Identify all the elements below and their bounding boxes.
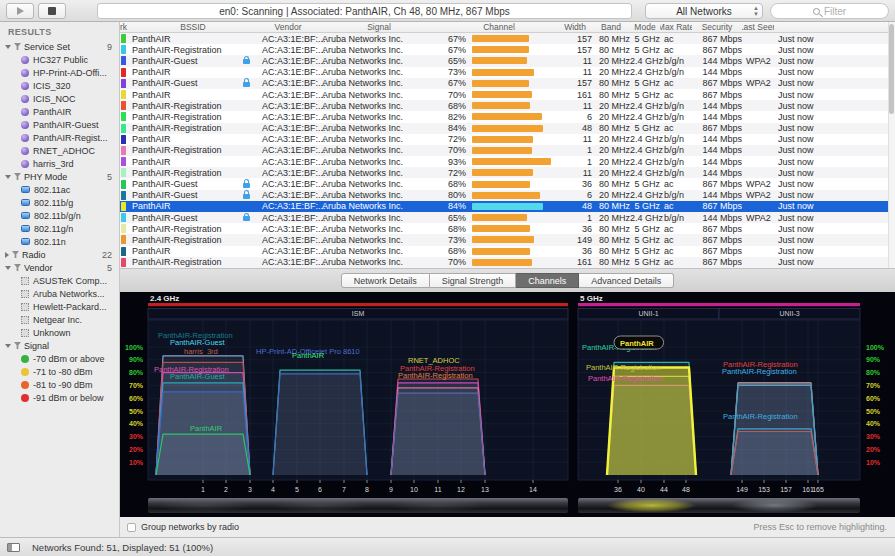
sidebar-item[interactable]: 802.11b/g/n	[0, 209, 119, 222]
tab-advanced-details[interactable]: Advanced Details	[579, 273, 674, 288]
sidebar-group-vendor[interactable]: Vendor5	[0, 261, 119, 274]
network-filter-dropdown[interactable]: All Networks ▲▼	[645, 3, 763, 19]
column-header-width[interactable]: Width	[558, 22, 592, 32]
column-header-channel[interactable]: Channel	[440, 22, 558, 32]
sidebar-item[interactable]: HP-Print-AD-Offi...	[0, 66, 119, 79]
sidebar-group-phy-mode[interactable]: PHY Mode5	[0, 170, 119, 183]
cell-band: 5 GHz	[630, 257, 660, 267]
lock-icon	[243, 59, 250, 64]
sidebar-item-label: -81 to -90 dBm	[33, 380, 93, 390]
scrollbar-thumb[interactable]	[889, 24, 894, 114]
disclosure-triangle-icon[interactable]	[5, 175, 11, 179]
column-header-mode[interactable]: Mode	[630, 22, 660, 32]
table-row[interactable]: PanthAIR-RegistrationAC:A3:1E:BF:...Arub…	[120, 167, 895, 178]
table-row[interactable]: PanthAIR-RegistrationAC:A3:1E:BF:...Arub…	[120, 123, 895, 134]
cell-band: 5 GHz	[630, 235, 660, 245]
disclosure-triangle-icon[interactable]	[5, 45, 11, 49]
cell-width: 80 MHz	[592, 34, 630, 44]
start-scan-button[interactable]	[6, 3, 34, 19]
sidebar-item[interactable]: ICIS_320	[0, 79, 119, 92]
cell-band: 5 GHz	[630, 224, 660, 234]
sidebar-item[interactable]: harris_3rd	[0, 157, 119, 170]
table-row[interactable]: PanthAIR-GuestAC:A3:1E:BF:...Aruba Netwo…	[120, 178, 895, 189]
sidebar-item[interactable]: Aruba Networks...	[0, 287, 119, 300]
sidebar-group-radio[interactable]: Radio22	[0, 248, 119, 261]
table-row[interactable]: PanthAIR-RegistrationAC:A3:1E:BF:...Arub…	[120, 234, 895, 245]
table-row[interactable]: PanthAIR-RegistrationAC:A3:1E:BF:...Arub…	[120, 44, 895, 55]
sidebar-item[interactable]: PanthAIR-Regist...	[0, 131, 119, 144]
column-header-security[interactable]: Security	[692, 22, 742, 32]
sidebar-item[interactable]: 802.11g/n	[0, 222, 119, 235]
table-row[interactable]: PanthAIRAC:A3:1E:BF:...Aruba Networks In…	[120, 134, 895, 145]
table-row[interactable]: PanthAIR-GuestAC:A3:1E:BF:...Aruba Netwo…	[120, 55, 895, 66]
table-row[interactable]: PanthAIRAC:A3:1E:BF:...Aruba Networks In…	[120, 33, 895, 44]
sidebar-item[interactable]: 802.11n	[0, 235, 119, 248]
table-row[interactable]: PanthAIRAC:A3:1E:BF:...Aruba Networks In…	[120, 246, 895, 257]
table-row[interactable]: PanthAIR-RegistrationAC:A3:1E:BF:...Arub…	[120, 100, 895, 111]
svg-text:ISM: ISM	[352, 310, 365, 317]
cell-bssid: AC:A3:1E:BF:...	[258, 134, 318, 144]
table-row[interactable]: PanthAIRAC:A3:1E:BF:...Aruba Networks In…	[120, 201, 895, 212]
tab-network-details[interactable]: Network Details	[341, 273, 430, 288]
column-header-network-name[interactable]: Network Name	[120, 22, 128, 32]
svg-text:40%: 40%	[129, 420, 144, 427]
sidebar-item[interactable]: 802.11ac	[0, 183, 119, 196]
table-row[interactable]: PanthAIR-RegistrationAC:A3:1E:BF:...Arub…	[120, 223, 895, 234]
cell-last-seen: Just now	[774, 90, 895, 100]
sidebar-item[interactable]: Hewlett-Packard...	[0, 300, 119, 313]
svg-text:60%: 60%	[129, 395, 144, 402]
column-header-max-rate[interactable]: Max Rate	[660, 22, 692, 32]
sidebar-item[interactable]: Unknown	[0, 326, 119, 339]
sidebar-item[interactable]: HC327 Public	[0, 53, 119, 66]
sidebar-item[interactable]: PanthAIR-Guest	[0, 118, 119, 131]
group-by-radio-checkbox[interactable]	[127, 523, 136, 532]
cell-last-seen: Just now	[774, 134, 895, 144]
column-header-signal[interactable]: Signal	[318, 22, 440, 32]
svg-text:48: 48	[682, 486, 690, 493]
sidebar-item[interactable]: ASUSTeK Comp...	[0, 274, 119, 287]
sidebar-item[interactable]: -70 dBm or above	[0, 352, 119, 365]
column-header-last-seen[interactable]: Last Seen	[742, 22, 774, 32]
sidebar-item[interactable]: Netgear Inc.	[0, 313, 119, 326]
table-row[interactable]: PanthAIR-RegistrationAC:A3:1E:BF:...Arub…	[120, 257, 895, 268]
sidebar-item[interactable]: -81 to -90 dBm	[0, 378, 119, 391]
filter-input[interactable]: Filter	[770, 3, 889, 19]
column-header-bssid[interactable]: BSSID	[128, 22, 258, 32]
sidebar-item[interactable]: RNET_ADHOC	[0, 144, 119, 157]
table-row[interactable]: PanthAIR-GuestAC:A3:1E:BF:...Aruba Netwo…	[120, 212, 895, 223]
sidebar-item[interactable]: PanthAIR	[0, 105, 119, 118]
cell-bssid: AC:A3:1E:BF:...	[258, 179, 318, 189]
table-row[interactable]: PanthAIRAC:A3:1E:BF:...Aruba Networks In…	[120, 67, 895, 78]
cell-band: 2.4 GHz	[630, 213, 660, 223]
cell-security: WPA2	[742, 213, 774, 223]
table-row[interactable]: PanthAIRAC:A3:1E:BF:...Aruba Networks In…	[120, 89, 895, 100]
stop-scan-button[interactable]	[38, 3, 66, 19]
cell-band: 2.4 GHz	[630, 190, 660, 200]
table-row[interactable]: PanthAIR-GuestAC:A3:1E:BF:...Aruba Netwo…	[120, 190, 895, 201]
disclosure-triangle-icon[interactable]	[5, 266, 11, 270]
table-row[interactable]: PanthAIRAC:A3:1E:BF:...Aruba Networks In…	[120, 156, 895, 167]
sidebar-toggle-icon[interactable]	[7, 543, 20, 552]
cell-mode: b/g/n	[660, 67, 692, 77]
column-header-band[interactable]: Band	[592, 22, 630, 32]
table-row[interactable]: PanthAIR-GuestAC:A3:1E:BF:...Aruba Netwo…	[120, 78, 895, 89]
network-sphere-icon	[21, 134, 29, 142]
cell-vendor: Aruba Networks Inc.	[318, 145, 440, 155]
sidebar-item[interactable]: ICIS_NOC	[0, 92, 119, 105]
sidebar-item[interactable]: -71 to -80 dBm	[0, 365, 119, 378]
sidebar-item[interactable]: -91 dBm or below	[0, 391, 119, 404]
sidebar-item-label: Aruba Networks...	[33, 289, 105, 299]
sidebar-group-signal[interactable]: Signal	[0, 339, 119, 352]
table-scrollbar[interactable]	[888, 22, 895, 268]
disclosure-triangle-icon[interactable]	[5, 344, 11, 348]
cell-network-name: PanthAIR-Registration	[128, 235, 258, 245]
tab-channels[interactable]: Channels	[516, 273, 579, 288]
column-header-vendor[interactable]: Vendor	[258, 22, 318, 32]
sidebar-group-service-set[interactable]: Service Set9	[0, 40, 119, 53]
disclosure-triangle-icon[interactable]	[5, 252, 9, 258]
tab-signal-strength[interactable]: Signal Strength	[430, 273, 517, 288]
table-row[interactable]: PanthAIR-RegistrationAC:A3:1E:BF:...Arub…	[120, 145, 895, 156]
sidebar-item-label: ICIS_NOC	[33, 94, 76, 104]
table-row[interactable]: PanthAIR-RegistrationAC:A3:1E:BF:...Arub…	[120, 111, 895, 122]
sidebar-item[interactable]: 802.11b/g	[0, 196, 119, 209]
